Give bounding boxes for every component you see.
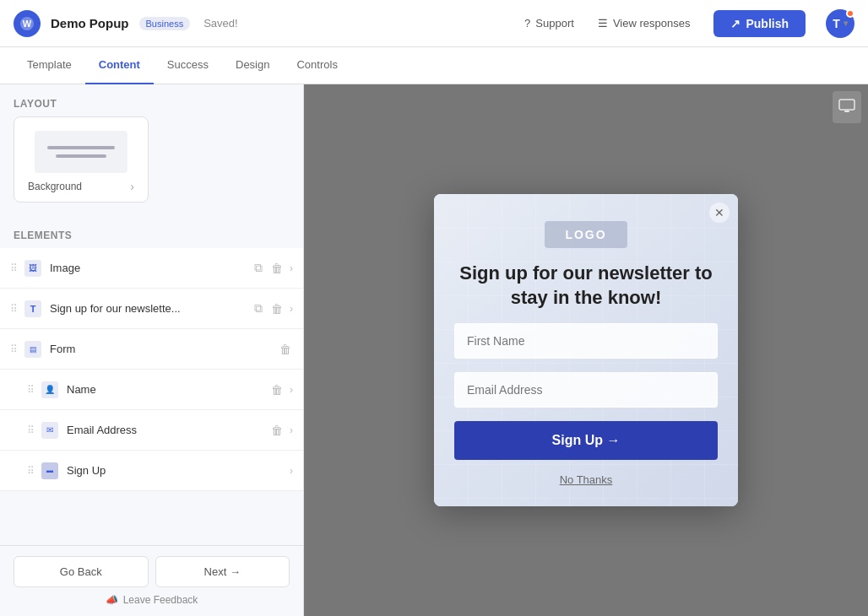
saved-status: Saved! bbox=[203, 17, 237, 30]
element-name[interactable]: ⠿ 👤 Name 🗑 › bbox=[0, 370, 303, 410]
element-signup[interactable]: ⠿ ▬ Sign Up › bbox=[0, 451, 303, 491]
delete-icon[interactable]: 🗑 bbox=[269, 300, 285, 317]
email-input[interactable] bbox=[454, 372, 718, 408]
go-back-button[interactable]: Go Back bbox=[14, 556, 149, 587]
plan-badge: Business bbox=[139, 17, 191, 30]
leave-feedback-link[interactable]: 📣 Leave Feedback bbox=[14, 594, 290, 606]
element-label: Sign up for our newslette... bbox=[50, 302, 252, 315]
tab-content[interactable]: Content bbox=[85, 47, 154, 84]
layout-card[interactable]: Background › bbox=[14, 116, 149, 203]
drag-handle[interactable]: ⠿ bbox=[10, 343, 18, 355]
chevron-down-icon: ▾ bbox=[844, 19, 848, 28]
layout-line-1 bbox=[47, 146, 115, 149]
element-actions: 🗑 bbox=[278, 341, 293, 358]
element-text[interactable]: ⠿ T Sign up for our newslette... ⧉ 🗑 › bbox=[0, 289, 303, 329]
tab-success[interactable]: Success bbox=[154, 47, 222, 84]
delete-icon[interactable]: 🗑 bbox=[269, 260, 285, 277]
popup-headline: Sign up for our newsletter to stay in th… bbox=[454, 262, 718, 310]
no-thanks-button[interactable]: No Thanks bbox=[560, 473, 613, 486]
chevron-right-icon[interactable]: › bbox=[290, 384, 293, 396]
elements-list: ⠿ 🖼 Image ⧉ 🗑 › ⠿ T Sign up for our news… bbox=[0, 248, 303, 491]
svg-text:W: W bbox=[23, 19, 32, 29]
publish-icon: ↗ bbox=[730, 17, 741, 30]
popup-content: ✕ LOGO Sign up for our newsletter to sta… bbox=[434, 194, 738, 506]
popup-logo: LOGO bbox=[545, 221, 627, 248]
popup-preview: ✕ LOGO Sign up for our newsletter to sta… bbox=[434, 194, 738, 506]
element-label: Name bbox=[67, 383, 269, 396]
user-avatar[interactable]: T ▾ bbox=[826, 9, 854, 38]
image-icon: 🖼 bbox=[24, 260, 41, 277]
delete-icon[interactable]: 🗑 bbox=[269, 422, 285, 439]
app-title: Demo Popup bbox=[51, 16, 129, 30]
delete-icon[interactable]: 🗑 bbox=[278, 341, 293, 358]
first-name-input[interactable] bbox=[454, 323, 718, 359]
layout-card-area: Background › bbox=[0, 116, 303, 216]
chevron-right-icon[interactable]: › bbox=[290, 262, 293, 274]
drag-handle[interactable]: ⠿ bbox=[10, 262, 18, 274]
name-icon: 👤 bbox=[41, 381, 58, 398]
element-form[interactable]: ⠿ ▤ Form 🗑 bbox=[0, 329, 303, 370]
drag-handle[interactable]: ⠿ bbox=[10, 303, 18, 315]
element-actions: 🗑 › bbox=[269, 381, 293, 398]
copy-icon[interactable]: ⧉ bbox=[252, 300, 264, 317]
form-icon: ▤ bbox=[24, 341, 41, 358]
element-label: Sign Up bbox=[67, 464, 290, 477]
layout-section-label: Layout bbox=[0, 84, 303, 116]
support-label: Support bbox=[535, 17, 574, 30]
responses-label: View responses bbox=[613, 17, 691, 30]
element-email[interactable]: ⠿ ✉ Email Address 🗑 › bbox=[0, 410, 303, 451]
sidebar-footer: Go Back Next → 📣 Leave Feedback bbox=[0, 545, 303, 616]
tab-design[interactable]: Design bbox=[222, 47, 283, 84]
help-icon: ? bbox=[524, 17, 530, 30]
button-icon: ▬ bbox=[41, 462, 58, 479]
tab-controls[interactable]: Controls bbox=[283, 47, 350, 84]
element-actions: › bbox=[290, 465, 293, 477]
next-button[interactable]: Next → bbox=[155, 556, 290, 587]
canvas-background: ✕ LOGO Sign up for our newsletter to sta… bbox=[304, 84, 868, 616]
expand-icon[interactable]: › bbox=[130, 180, 134, 193]
app-logo: W bbox=[14, 10, 41, 37]
delete-icon[interactable]: 🗑 bbox=[269, 381, 285, 398]
sidebar: Layout Background › Elements bbox=[0, 84, 304, 616]
support-link[interactable]: ? Support bbox=[524, 17, 574, 30]
email-icon: ✉ bbox=[41, 422, 58, 439]
canvas-area: ✕ LOGO Sign up for our newsletter to sta… bbox=[304, 84, 868, 616]
popup-close-button[interactable]: ✕ bbox=[709, 203, 730, 223]
footer-buttons: Go Back Next → bbox=[14, 556, 290, 587]
element-label: Form bbox=[50, 343, 278, 355]
element-actions: ⧉ 🗑 › bbox=[252, 259, 293, 277]
elements-section-label: Elements bbox=[0, 216, 303, 248]
element-label: Image bbox=[50, 262, 252, 274]
chevron-right-icon[interactable]: › bbox=[290, 303, 293, 315]
text-icon: T bbox=[24, 300, 41, 317]
drag-handle[interactable]: ⠿ bbox=[27, 424, 35, 436]
element-label: Email Address bbox=[67, 424, 269, 436]
chevron-right-icon[interactable]: › bbox=[290, 465, 293, 477]
element-actions: ⧉ 🗑 › bbox=[252, 300, 293, 317]
copy-icon[interactable]: ⧉ bbox=[252, 259, 264, 277]
device-toggle[interactable] bbox=[833, 91, 861, 123]
tab-bar: Template Content Success Design Controls bbox=[0, 47, 868, 84]
notification-dot bbox=[846, 9, 854, 18]
tab-template[interactable]: Template bbox=[14, 47, 85, 84]
svg-rect-3 bbox=[844, 111, 849, 112]
view-responses-link[interactable]: ☰ View responses bbox=[598, 17, 691, 30]
header: W Demo Popup Business Saved! ? Support ☰… bbox=[0, 0, 868, 47]
publish-button[interactable]: ↗ Publish bbox=[713, 10, 806, 37]
layout-preview bbox=[35, 131, 127, 173]
chevron-right-icon[interactable]: › bbox=[290, 424, 293, 436]
drag-handle[interactable]: ⠿ bbox=[27, 384, 35, 396]
feedback-icon: 📣 bbox=[106, 594, 118, 606]
main-area: Layout Background › Elements bbox=[0, 84, 868, 616]
signup-button[interactable]: Sign Up → bbox=[454, 421, 718, 460]
svg-rect-2 bbox=[839, 100, 854, 110]
element-actions: 🗑 › bbox=[269, 422, 293, 439]
element-image[interactable]: ⠿ 🖼 Image ⧉ 🗑 › bbox=[0, 248, 303, 289]
list-icon: ☰ bbox=[598, 17, 608, 30]
drag-handle[interactable]: ⠿ bbox=[27, 465, 35, 477]
layout-card-label: Background bbox=[28, 181, 82, 192]
layout-line-2 bbox=[56, 154, 106, 158]
